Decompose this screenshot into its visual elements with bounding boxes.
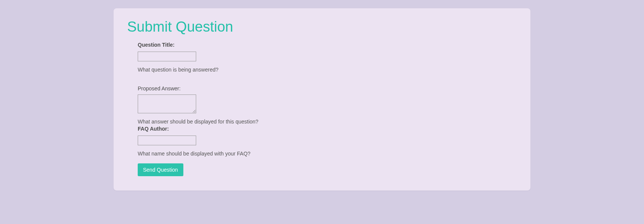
page-title: Submit Question bbox=[127, 19, 517, 35]
question-title-input[interactable] bbox=[138, 52, 196, 61]
send-question-button[interactable]: Send Question bbox=[138, 163, 183, 176]
faq-author-input[interactable] bbox=[138, 136, 196, 145]
faq-author-help: What name should be displayed with your … bbox=[138, 151, 517, 157]
question-title-help: What question is being answered? bbox=[138, 67, 517, 73]
faq-author-label: FAQ Author: bbox=[138, 126, 517, 132]
form-card: Submit Question Question Title: What que… bbox=[114, 8, 530, 190]
proposed-answer-input[interactable] bbox=[138, 94, 196, 113]
proposed-answer-label: Proposed Answer: bbox=[138, 85, 517, 91]
form-section: Question Title: What question is being a… bbox=[127, 42, 517, 176]
proposed-answer-help: What answer should be displayed for this… bbox=[138, 119, 517, 125]
question-title-label: Question Title: bbox=[138, 42, 517, 48]
